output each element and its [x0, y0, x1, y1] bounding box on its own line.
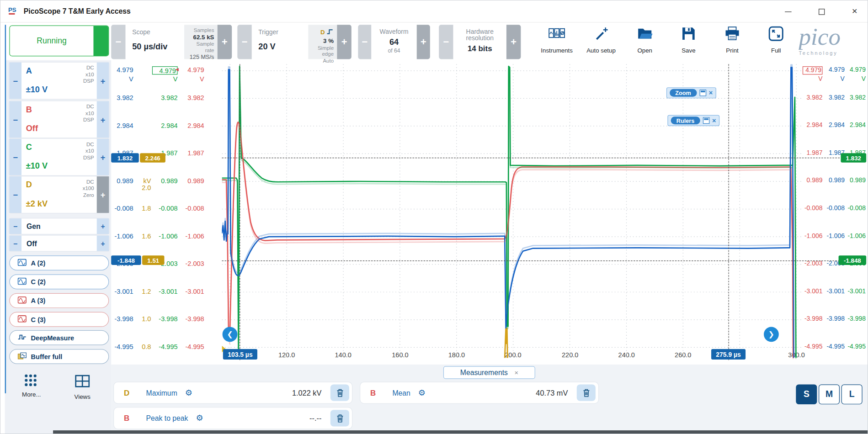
plot-area[interactable] [222, 64, 801, 359]
rulers-overlay-close-icon[interactable]: × [712, 116, 716, 124]
rulers-overlay-label[interactable]: Rulers [671, 116, 700, 124]
rising-edge-icon [326, 27, 334, 37]
ruler1-value-a[interactable]: 1.832 [111, 153, 139, 163]
trigger-increase-button[interactable]: + [337, 25, 351, 59]
axis-label: -3.998 [825, 315, 845, 323]
channel-d-collapse-button[interactable]: − [9, 176, 21, 213]
window-title: PicoScope 7 T&M Early Access [24, 7, 131, 16]
maximize-button[interactable] [809, 0, 834, 22]
channel-d-panel[interactable]: − D DC x100 Zero ±2 kV + [9, 176, 109, 213]
size-medium-button[interactable]: M [819, 384, 840, 404]
channel-d-expand-button[interactable]: + [97, 176, 109, 213]
measurements-tab-label: Measurements [460, 368, 508, 376]
ruler2-value-d[interactable]: 1.51 [142, 255, 164, 265]
measurements-tab[interactable]: Measurements × [443, 366, 535, 379]
gen-expand-button[interactable]: + [97, 218, 109, 234]
channel-a-expand-button[interactable]: + [97, 63, 109, 99]
scope-increase-button[interactable]: + [218, 25, 232, 59]
instruments-button[interactable]: Instruments [538, 26, 576, 54]
time-ruler-1[interactable] [240, 64, 240, 360]
horizontal-ruler-1[interactable] [222, 158, 840, 158]
channel-c-label: C [26, 142, 32, 152]
channel-b-collapse-button[interactable]: − [9, 101, 21, 138]
channel-a-collapse-button[interactable]: − [9, 63, 21, 99]
waveform-prev-button[interactable]: − [358, 25, 371, 59]
channel-a-panel[interactable]: − A DC x10 DSP ±10 V + [9, 63, 109, 99]
time-ruler-1-badge[interactable]: 103.5 µs [223, 349, 257, 360]
full-screen-button[interactable]: Full [760, 26, 792, 54]
channel-c-panel[interactable]: − C DC x10 DSP ±10 V + [9, 139, 109, 175]
gen-off-collapse-button[interactable]: − [9, 236, 21, 251]
channel-a-range[interactable]: ±10 V [26, 85, 48, 94]
app-logo-icon: PS [8, 5, 18, 17]
delete-measurement-button[interactable] [577, 384, 596, 401]
zoom-overlay-window-icon[interactable] [699, 90, 706, 96]
waveform-panel[interactable]: Waveform 64 of 64 [371, 25, 416, 59]
ruler2-value-a[interactable]: -1.848 [111, 255, 141, 265]
channel-c-expand-button[interactable]: + [97, 139, 109, 175]
channel-c-range[interactable]: ±10 V [26, 161, 48, 170]
previous-buffer-button[interactable]: ❮ [223, 327, 238, 342]
generator-panel[interactable]: − Gen + [9, 218, 109, 234]
ruler2-value-c[interactable]: -1.848 [839, 255, 867, 265]
gen-off-expand-button[interactable]: + [97, 236, 109, 251]
view-button-c3[interactable]: C (3) [9, 312, 109, 327]
scope-decrease-button[interactable]: − [111, 25, 125, 59]
delete-measurement-button[interactable] [330, 384, 349, 401]
zoom-overlay-close-icon[interactable]: × [709, 89, 713, 97]
channel-d-mode: Zero [83, 192, 94, 199]
gear-icon[interactable]: ⚙ [418, 388, 426, 398]
rulers-overlay-window-icon[interactable] [703, 117, 709, 124]
resolution-decrease-button[interactable]: − [439, 25, 453, 59]
ruler1-value-c[interactable]: 1.832 [841, 153, 866, 163]
waveform-title: Waveform [371, 28, 416, 35]
buffer-full-button[interactable]: Buffer full [9, 349, 109, 364]
resolution-increase-button[interactable]: + [506, 25, 521, 59]
delete-measurement-button[interactable] [330, 410, 349, 426]
channel-b-panel[interactable]: − B DC x10 DSP Off + [9, 101, 109, 138]
channel-c-collapse-button[interactable]: − [9, 139, 21, 175]
y-axis-left: 4.9794.9794.979◀VVV3.9823.9823.9822.9842… [111, 60, 222, 365]
open-button[interactable]: Open [628, 26, 661, 54]
print-button[interactable]: Print [716, 26, 749, 54]
generator-state-row[interactable]: − Off + [9, 236, 109, 251]
running-label: Running [10, 37, 94, 45]
channel-d-range[interactable]: ±2 kV [26, 199, 48, 208]
views-grid-icon [75, 375, 90, 390]
minimize-button[interactable] [776, 0, 801, 22]
hardware-resolution-panel[interactable]: Hardware resolution 14 bits [453, 25, 506, 59]
waveform-next-button[interactable]: + [417, 25, 430, 59]
gen-collapse-button[interactable]: − [9, 218, 21, 234]
view-button-a3[interactable]: A (3) [9, 293, 109, 308]
title-bar: PS PicoScope 7 T&M Early Access × [0, 0, 868, 22]
views-button[interactable]: Views [67, 375, 98, 400]
horizontal-ruler-2[interactable] [222, 260, 840, 261]
gear-icon[interactable]: ⚙ [196, 413, 203, 423]
ruler1-value-d[interactable]: 2.246 [140, 153, 165, 163]
running-button[interactable]: Running [9, 25, 109, 56]
save-button[interactable]: Save [671, 26, 706, 54]
axis-label: 0.989 [803, 177, 823, 185]
next-buffer-button[interactable]: ❯ [764, 327, 779, 342]
zoom-overlay-label[interactable]: Zoom [670, 89, 697, 97]
view-button-c2[interactable]: C (2) [9, 274, 109, 289]
axis-label: -4.995 [111, 343, 133, 351]
trigger-decrease-button[interactable]: − [237, 25, 251, 59]
measurements-tab-close-icon[interactable]: × [514, 369, 518, 376]
size-large-button[interactable]: L [841, 384, 863, 404]
measurement-name: Peak to peak [146, 414, 188, 422]
time-ruler-2[interactable] [729, 64, 729, 360]
trigger-panel[interactable]: Trigger 20 V [252, 25, 309, 59]
channel-a-mode: DSP [83, 78, 94, 85]
gear-icon[interactable]: ⚙ [185, 388, 192, 398]
channel-b-expand-button[interactable]: + [97, 101, 109, 138]
time-ruler-2-badge[interactable]: 275.9 µs [711, 349, 746, 360]
channel-b-range[interactable]: Off [26, 123, 38, 133]
size-small-button[interactable]: S [796, 384, 817, 404]
deepmeasure-button[interactable]: DeepMeasure [9, 330, 109, 345]
view-button-a2[interactable]: A (2) [9, 255, 109, 270]
scope-panel[interactable]: Scope 50 µs/div [126, 25, 184, 59]
more-button[interactable]: More... [16, 375, 47, 398]
close-button[interactable]: × [842, 0, 868, 22]
auto-setup-button[interactable]: Auto setup [582, 26, 621, 54]
